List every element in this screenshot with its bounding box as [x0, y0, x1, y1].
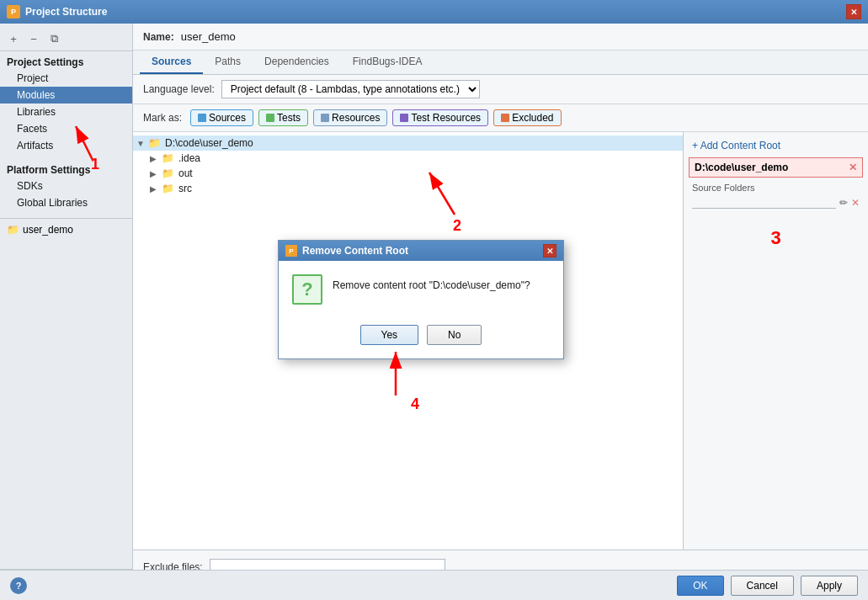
remove-module-button[interactable]: −	[25, 30, 42, 47]
add-module-button[interactable]: +	[5, 30, 22, 47]
excluded-dot	[501, 114, 509, 122]
tree-idea-label: .idea	[178, 152, 200, 164]
tree-root-arrow: ▼	[136, 139, 148, 148]
tree-out-item[interactable]: ▶ 📁 out	[133, 166, 683, 181]
module-list-item[interactable]: 📁 user_demo	[0, 222, 132, 237]
content-root-close-button[interactable]: ✕	[849, 162, 857, 173]
tree-src-folder-icon: 📁	[162, 183, 175, 194]
source-folders-input[interactable]	[692, 196, 836, 209]
dialog-question-icon: ?	[292, 274, 322, 305]
tab-sources[interactable]: Sources	[140, 50, 203, 74]
mark-sources-button[interactable]: Sources	[190, 109, 253, 126]
tests-dot	[266, 114, 274, 122]
apply-button[interactable]: Apply	[801, 576, 858, 596]
edit-icon[interactable]: ✏	[839, 197, 848, 209]
mark-resources-button[interactable]: Resources	[313, 109, 387, 126]
tab-dependencies[interactable]: Dependencies	[253, 50, 341, 74]
project-settings-header: Project Settings	[0, 51, 132, 70]
dialog-title: Remove Content Root	[302, 245, 408, 257]
tree-out-arrow: ▶	[150, 169, 162, 178]
content-root-item: D:\code\user_demo ✕	[689, 157, 863, 178]
dialog-buttons: Yes No	[279, 318, 563, 358]
tree-idea-item[interactable]: ▶ 📁 .idea	[133, 151, 683, 166]
mark-tests-label: Tests	[277, 112, 301, 124]
source-folders-edit-row: ✏ ✕	[689, 194, 863, 210]
sidebar-item-facets[interactable]: Facets	[0, 120, 132, 137]
cancel-button[interactable]: Cancel	[731, 576, 794, 596]
dialog-body: ? Remove content root "D:\code\user_demo…	[279, 261, 563, 318]
remove-content-root-dialog: P Remove Content Root ✕ ? Remove content…	[278, 240, 564, 359]
name-label: Name:	[143, 31, 174, 43]
test-resources-dot	[400, 114, 408, 122]
dialog-no-button[interactable]: No	[427, 325, 482, 345]
bottom-bar: ? OK Cancel Apply	[0, 570, 868, 600]
content-root-path: D:\code\user_demo	[695, 162, 788, 173]
tree-idea-arrow: ▶	[150, 154, 162, 163]
language-level-select[interactable]: Project default (8 - Lambdas, type annot…	[221, 80, 480, 98]
source-folders-label: Source Folders	[689, 181, 863, 194]
sidebar: + − ⧉ Project Settings Project Modules L…	[0, 24, 133, 600]
tree-src-arrow: ▶	[150, 184, 162, 194]
help-button[interactable]: ?	[10, 577, 27, 594]
sidebar-item-project[interactable]: Project	[0, 70, 132, 87]
tree-root-label: D:\code\user_demo	[165, 137, 253, 149]
tree-idea-folder-icon: 📁	[162, 152, 175, 164]
add-content-root-button[interactable]: + Add Content Root	[689, 137, 863, 154]
title-bar-close-button[interactable]: ✕	[846, 4, 861, 19]
tree-out-label: out	[178, 167, 193, 179]
tree-root-item[interactable]: ▼ 📁 D:\code\user_demo	[133, 135, 683, 151]
sidebar-item-sdks[interactable]: SDKs	[0, 178, 132, 194]
sidebar-toolbar: + − ⧉	[0, 27, 132, 51]
ok-button[interactable]: OK	[677, 576, 723, 596]
dialog-title-icon: P	[285, 245, 297, 257]
mark-excluded-label: Excluded	[512, 112, 553, 124]
mark-as-row: Mark as: Sources Tests Resources Test Re…	[133, 104, 868, 132]
dialog-close-button[interactable]: ✕	[543, 244, 556, 258]
dialog-message: Remove content root "D:\code\user_demo"?	[333, 274, 530, 293]
tree-src-label: src	[178, 183, 192, 194]
mark-excluded-button[interactable]: Excluded	[493, 109, 561, 126]
mark-tests-button[interactable]: Tests	[258, 109, 308, 126]
sidebar-item-global-libraries[interactable]: Global Libraries	[0, 194, 132, 211]
module-name: user_demo	[23, 224, 73, 236]
mark-as-label: Mark as:	[143, 112, 182, 124]
title-bar-text: Project Structure	[25, 6, 107, 18]
tab-findbugs[interactable]: FindBugs-IDEA	[341, 50, 434, 74]
name-value: user_demo	[181, 30, 236, 43]
dialog-yes-button[interactable]: Yes	[360, 325, 419, 345]
tab-paths[interactable]: Paths	[203, 50, 253, 74]
sources-dot	[198, 114, 206, 122]
sidebar-item-artifacts[interactable]: Artifacts	[0, 137, 132, 154]
mark-sources-label: Sources	[209, 112, 246, 124]
delete-source-folder-button[interactable]: ✕	[851, 197, 860, 209]
tab-bar: Sources Paths Dependencies FindBugs-IDEA	[133, 50, 868, 75]
app-icon: P	[7, 5, 20, 19]
language-level-label: Language level:	[143, 83, 215, 95]
dialog-title-bar: P Remove Content Root ✕	[279, 241, 563, 261]
tree-root-folder-icon: 📁	[148, 137, 162, 149]
sidebar-item-modules[interactable]: Modules	[0, 87, 132, 104]
mark-test-resources-label: Test Resources	[411, 112, 481, 124]
copy-module-button[interactable]: ⧉	[45, 30, 62, 47]
mark-resources-label: Resources	[332, 112, 380, 124]
annotation-3: 3	[770, 227, 780, 248]
tree-src-item[interactable]: ▶ 📁 src	[133, 181, 683, 196]
right-panel: + Add Content Root D:\code\user_demo ✕ S…	[683, 132, 868, 550]
tree-out-folder-icon: 📁	[162, 167, 175, 179]
name-row: Name: user_demo	[133, 24, 868, 50]
platform-settings-header: Platform Settings	[0, 157, 132, 178]
sidebar-item-libraries[interactable]: Libraries	[0, 104, 132, 120]
resources-dot	[321, 114, 329, 122]
title-bar: P Project Structure ✕	[0, 0, 868, 24]
language-level-row: Language level: Project default (8 - Lam…	[133, 75, 868, 104]
mark-test-resources-button[interactable]: Test Resources	[392, 109, 488, 126]
